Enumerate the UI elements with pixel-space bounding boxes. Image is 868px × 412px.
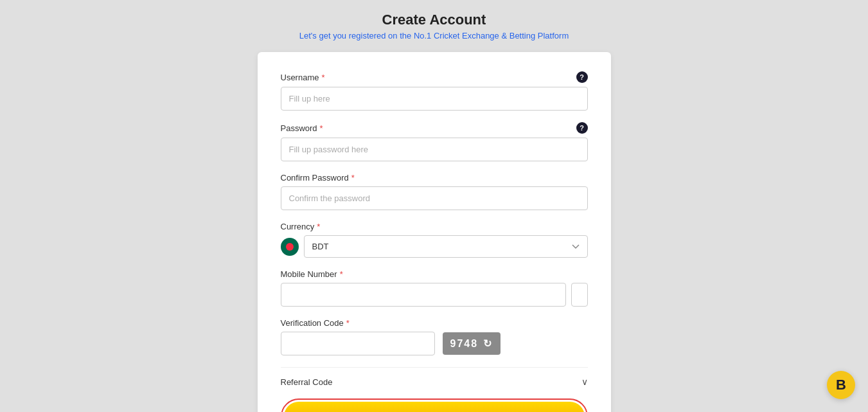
referral-label: Referral Code bbox=[281, 377, 333, 387]
verification-field-group: Verification Code * 2024 9748 ↻ bbox=[281, 318, 588, 355]
mobile-row: +880 bbox=[281, 283, 588, 307]
confirm-password-label-row: Confirm Password * bbox=[281, 173, 588, 183]
verification-row: 2024 9748 ↻ bbox=[281, 332, 588, 355]
currency-select[interactable]: BDT USD INR EUR bbox=[304, 235, 588, 258]
captcha-value: 9748 bbox=[450, 338, 479, 350]
verification-input[interactable]: 2024 bbox=[281, 332, 435, 355]
password-field-group: Password * ? bbox=[281, 122, 588, 161]
verification-label: Verification Code bbox=[281, 318, 344, 328]
confirm-password-field-group: Confirm Password * bbox=[281, 173, 588, 210]
brand-initial: B bbox=[836, 377, 846, 393]
register-button[interactable]: Register bbox=[284, 402, 585, 412]
verification-label-row: Verification Code * bbox=[281, 318, 588, 328]
username-label-row: Username * ? bbox=[281, 71, 588, 83]
header: Create Account Let's get you registered … bbox=[299, 0, 569, 47]
confirm-password-label: Confirm Password bbox=[281, 173, 349, 183]
brand-badge[interactable]: B bbox=[827, 371, 855, 399]
password-help-icon[interactable]: ? bbox=[576, 122, 588, 134]
currency-field-group: Currency * BDT USD INR EUR bbox=[281, 222, 588, 258]
currency-required: * bbox=[317, 222, 320, 231]
currency-label-row: Currency * bbox=[281, 222, 588, 231]
username-field-group: Username * ? bbox=[281, 71, 588, 111]
mobile-number-input[interactable] bbox=[571, 283, 588, 307]
referral-row[interactable]: Referral Code ∨ bbox=[281, 367, 588, 387]
password-label-row: Password * ? bbox=[281, 122, 588, 134]
username-help-icon[interactable]: ? bbox=[576, 71, 588, 83]
currency-row: BDT USD INR EUR bbox=[281, 235, 588, 258]
page-subtitle: Let's get you registered on the No.1 Cri… bbox=[299, 31, 569, 40]
username-required: * bbox=[321, 73, 324, 82]
username-label: Username bbox=[281, 73, 319, 82]
mobile-field-group: Mobile Number * +880 bbox=[281, 269, 588, 307]
mobile-prefix-input[interactable]: +880 bbox=[281, 283, 566, 307]
chevron-down-icon: ∨ bbox=[581, 377, 588, 387]
mobile-label: Mobile Number bbox=[281, 269, 337, 279]
password-label: Password bbox=[281, 123, 317, 133]
currency-label: Currency bbox=[281, 222, 315, 231]
verification-required: * bbox=[346, 318, 350, 328]
mobile-required: * bbox=[340, 269, 343, 279]
password-input[interactable] bbox=[281, 138, 588, 161]
bangladesh-flag-icon bbox=[281, 238, 299, 256]
username-label-left: Username * bbox=[281, 73, 325, 82]
password-label-left: Password * bbox=[281, 123, 323, 133]
page-title: Create Account bbox=[299, 12, 569, 28]
confirm-password-required: * bbox=[351, 173, 355, 183]
mobile-label-row: Mobile Number * bbox=[281, 269, 588, 279]
password-required: * bbox=[320, 123, 323, 133]
username-input[interactable] bbox=[281, 87, 588, 111]
register-button-wrapper: Register bbox=[281, 399, 588, 412]
confirm-password-input[interactable] bbox=[281, 186, 588, 210]
captcha-box: 9748 ↻ bbox=[443, 332, 501, 355]
page-wrapper: Create Account Let's get you registered … bbox=[0, 0, 868, 412]
form-card: Username * ? Password * ? Confirm Passwo… bbox=[258, 52, 611, 412]
refresh-captcha-icon[interactable]: ↻ bbox=[483, 337, 493, 350]
